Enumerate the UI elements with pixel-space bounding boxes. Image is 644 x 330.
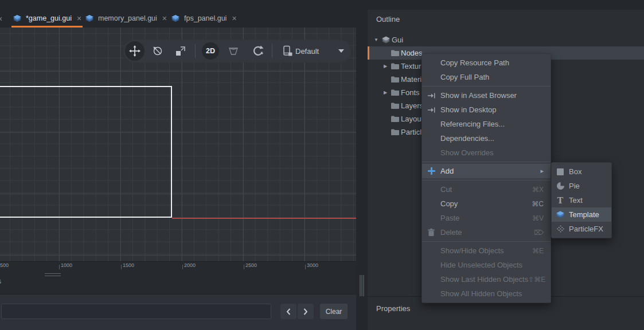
expander-right-icon[interactable]: ▶ bbox=[381, 90, 389, 95]
chevron-down-icon bbox=[338, 49, 344, 53]
trash-icon bbox=[422, 229, 440, 236]
tab-memory-panel[interactable]: memory_panel.gui × bbox=[85, 10, 167, 26]
splitter-drag-handle[interactable] bbox=[45, 273, 61, 278]
menu-item-show-all-hidden-objects: Show All Hidden Objects bbox=[422, 286, 551, 301]
properties-title: Properties bbox=[376, 304, 410, 313]
expander-down-icon[interactable]: ▼ bbox=[372, 37, 380, 42]
rotate-tool-button[interactable] bbox=[148, 41, 167, 61]
submenu-item-template[interactable]: Template bbox=[552, 207, 611, 222]
tree-item-label: Fonts bbox=[401, 88, 420, 97]
find-prev-button[interactable] bbox=[280, 304, 296, 319]
move-tool-button[interactable] bbox=[125, 41, 145, 61]
expander-right-icon[interactable]: ▶ bbox=[381, 64, 389, 69]
tree-item-label: Nodes bbox=[401, 49, 423, 57]
context-menu: Copy Resource Path Copy Full Path Show i… bbox=[421, 53, 551, 303]
ruler-label: 2000 bbox=[184, 262, 196, 268]
tab-game-gui[interactable]: *game_gui.gui × bbox=[13, 10, 81, 26]
toolbar-divider bbox=[272, 44, 272, 58]
tab-label: *game_gui.gui bbox=[26, 14, 72, 22]
horizontal-ruler: 500 1000 1500 2000 2500 3000 bbox=[0, 261, 356, 269]
tab-close-icon[interactable]: × bbox=[232, 14, 236, 23]
box-icon bbox=[552, 168, 569, 175]
menu-item-cut: Cut ⌘X bbox=[422, 182, 551, 197]
template-icon bbox=[552, 211, 569, 218]
tab-label: memory_panel.gui bbox=[98, 14, 157, 22]
clipped-label: s bbox=[0, 277, 1, 285]
folder-icon bbox=[389, 76, 401, 82]
menu-item-show-hide-objects: Show/Hide Objects ⌘E bbox=[422, 243, 551, 258]
add-submenu: Box Pie T Text Template ParticleFX bbox=[551, 162, 612, 238]
find-next-button[interactable] bbox=[298, 304, 314, 319]
menu-item-add[interactable]: Add ▸ bbox=[422, 164, 551, 178]
tab-fps-panel[interactable]: fps_panel.gui × bbox=[171, 10, 237, 26]
menu-item-copy-full-path[interactable]: Copy Full Path bbox=[422, 70, 551, 84]
submenu-item-box[interactable]: Box bbox=[552, 164, 611, 179]
2d-mode-button[interactable]: 2D bbox=[202, 42, 219, 60]
menu-item-delete: Delete ⌦ bbox=[422, 225, 551, 239]
ruler-label: 3000 bbox=[307, 262, 318, 268]
frustum-icon bbox=[228, 45, 239, 57]
vertical-splitter-handle[interactable] bbox=[360, 275, 365, 296]
menu-divider bbox=[422, 86, 551, 87]
text-icon: T bbox=[552, 197, 569, 205]
ruler-label: 500 bbox=[0, 262, 9, 268]
gui-bounds-rect bbox=[0, 86, 172, 218]
menu-item-hide-unselected-objects: Hide Unselected Objects bbox=[422, 258, 551, 272]
folder-icon bbox=[389, 50, 401, 56]
tree-item-label: Layers bbox=[401, 101, 423, 110]
move-icon bbox=[129, 45, 140, 57]
menu-item-show-last-hidden-objects: Show Last Hidden Objects ⇧⌘E bbox=[422, 272, 551, 286]
tab-label: fps_panel.gui bbox=[184, 14, 227, 22]
submenu-item-text[interactable]: T Text bbox=[552, 193, 611, 207]
menu-item-copy[interactable]: Copy ⌘C bbox=[422, 197, 551, 211]
clear-button[interactable]: Clear bbox=[320, 304, 348, 319]
folder-icon bbox=[389, 129, 401, 135]
menu-item-copy-resource-path[interactable]: Copy Resource Path bbox=[422, 56, 551, 70]
plus-icon bbox=[422, 167, 440, 175]
submenu-item-particlefx[interactable]: ParticleFX bbox=[552, 222, 611, 236]
scale-icon bbox=[175, 45, 186, 57]
menu-item-show-in-asset-browser[interactable]: Show in Asset Browser bbox=[422, 88, 551, 103]
tree-item-gui[interactable]: ▼ Gui bbox=[368, 33, 644, 46]
tab-close-icon[interactable]: × bbox=[162, 14, 167, 23]
goto-icon bbox=[422, 107, 440, 113]
rotate-icon bbox=[152, 45, 163, 57]
folder-icon bbox=[389, 63, 401, 69]
submenu-item-pie[interactable]: Pie bbox=[552, 179, 611, 193]
frustum-culling-button[interactable] bbox=[224, 41, 243, 61]
submenu-arrow-icon: ▸ bbox=[540, 167, 544, 175]
ruler-label: 1500 bbox=[123, 262, 134, 268]
tab-close-icon[interactable]: × bbox=[77, 14, 81, 23]
scene-viewport[interactable]: 2D bbox=[0, 28, 356, 261]
goto-icon bbox=[422, 93, 440, 99]
scale-tool-button[interactable] bbox=[171, 41, 190, 61]
gui-file-icon bbox=[13, 14, 22, 22]
ruler-label: 1000 bbox=[61, 262, 72, 268]
chevron-right-icon bbox=[303, 308, 308, 315]
outline-title: Outline bbox=[376, 15, 400, 23]
refresh-icon bbox=[252, 45, 264, 57]
profile-label: Default bbox=[295, 47, 319, 56]
scene-toolbar: 2D bbox=[123, 40, 351, 62]
console-panel: Clear bbox=[0, 294, 356, 330]
editor-window: × *game_gui.gui × memory_panel.gui × fps… bbox=[0, 0, 644, 330]
folder-icon bbox=[389, 116, 401, 122]
tree-item-label: Gui bbox=[392, 36, 403, 44]
menu-divider bbox=[422, 180, 551, 180]
menu-item-dependencies[interactable]: Dependencies... bbox=[422, 131, 551, 146]
clipped-tab-close-icon[interactable]: × bbox=[0, 14, 2, 23]
console-search-input[interactable] bbox=[1, 304, 271, 319]
menu-item-referencing-files[interactable]: Referencing Files... bbox=[422, 117, 551, 131]
layout-profile-dropdown[interactable]: Default bbox=[295, 40, 344, 62]
toolbar-divider bbox=[195, 44, 196, 58]
menu-item-show-overrides: Show Overrides bbox=[422, 146, 551, 160]
x-axis-line bbox=[172, 218, 356, 219]
refresh-button[interactable] bbox=[248, 41, 268, 61]
gui-file-icon bbox=[85, 14, 94, 22]
menu-item-show-in-desktop[interactable]: Show in Desktop bbox=[422, 103, 551, 117]
phone-icon bbox=[282, 45, 293, 57]
bottom-strip: s bbox=[0, 269, 356, 294]
gui-file-icon bbox=[171, 14, 180, 22]
menu-divider bbox=[422, 162, 551, 162]
folder-icon bbox=[389, 103, 401, 109]
